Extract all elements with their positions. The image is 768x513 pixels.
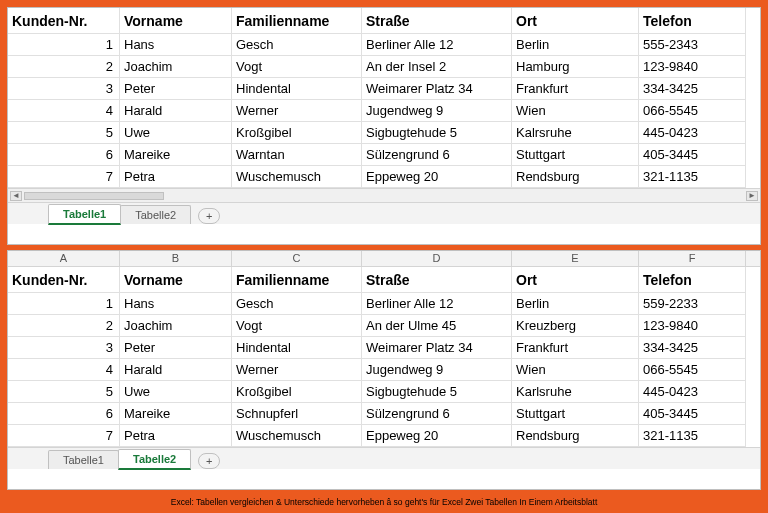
table-cell[interactable]: Schnupferl <box>232 403 362 425</box>
table-cell[interactable]: Warntan <box>232 144 362 166</box>
header-kundennr[interactable]: Kunden-Nr. <box>8 267 120 293</box>
header-telefon[interactable]: Telefon <box>639 267 746 293</box>
table-cell[interactable]: 2 <box>8 315 120 337</box>
header-vorname[interactable]: Vorname <box>120 8 232 34</box>
table-cell[interactable]: 1 <box>8 34 120 56</box>
table-cell[interactable]: 123-9840 <box>639 56 746 78</box>
table-cell[interactable]: Hindental <box>232 337 362 359</box>
table-cell[interactable]: An der Insel 2 <box>362 56 512 78</box>
table-cell[interactable]: 445-0423 <box>639 122 746 144</box>
table-cell[interactable]: Rendsburg <box>512 166 639 188</box>
header-ort[interactable]: Ort <box>512 8 639 34</box>
add-sheet-button[interactable]: + <box>198 208 220 224</box>
scroll-right-icon[interactable]: ► <box>746 191 758 201</box>
table-cell[interactable]: Werner <box>232 359 362 381</box>
table-cell[interactable]: 066-5545 <box>639 359 746 381</box>
table-cell[interactable]: Vogt <box>232 315 362 337</box>
table-cell[interactable]: Hindental <box>232 78 362 100</box>
table-cell[interactable]: Harald <box>120 359 232 381</box>
table-cell[interactable]: 6 <box>8 403 120 425</box>
col-f[interactable]: F <box>639 251 746 266</box>
table-cell[interactable]: 3 <box>8 78 120 100</box>
table-cell[interactable]: 3 <box>8 337 120 359</box>
header-ort[interactable]: Ort <box>512 267 639 293</box>
table-cell[interactable]: 559-2233 <box>639 293 746 315</box>
table-cell[interactable]: Uwe <box>120 122 232 144</box>
col-c[interactable]: C <box>232 251 362 266</box>
table-cell[interactable]: Werner <box>232 100 362 122</box>
table-cell[interactable]: 4 <box>8 100 120 122</box>
table-cell[interactable]: 5 <box>8 122 120 144</box>
table-cell[interactable]: Eppeweg 20 <box>362 425 512 447</box>
table-cell[interactable]: Weimarer Platz 34 <box>362 337 512 359</box>
table-cell[interactable]: Peter <box>120 337 232 359</box>
scroll-thumb[interactable] <box>24 192 164 200</box>
table-cell[interactable]: Wuschemusch <box>232 425 362 447</box>
table-cell[interactable]: 445-0423 <box>639 381 746 403</box>
table-cell[interactable]: 4 <box>8 359 120 381</box>
table-cell[interactable]: 2 <box>8 56 120 78</box>
table-cell[interactable]: 405-3445 <box>639 403 746 425</box>
table-cell[interactable]: Wien <box>512 359 639 381</box>
table-cell[interactable]: Petra <box>120 166 232 188</box>
table-cell[interactable]: 405-3445 <box>639 144 746 166</box>
data-grid-top[interactable]: Kunden-Nr. Vorname Familienname Straße O… <box>8 8 760 188</box>
data-grid-bottom[interactable]: Kunden-Nr. Vorname Familienname Straße O… <box>8 267 760 447</box>
header-strasse[interactable]: Straße <box>362 8 512 34</box>
table-cell[interactable]: 334-3425 <box>639 337 746 359</box>
table-cell[interactable]: Stuttgart <box>512 403 639 425</box>
table-cell[interactable]: Mareike <box>120 403 232 425</box>
table-cell[interactable]: 334-3425 <box>639 78 746 100</box>
header-telefon[interactable]: Telefon <box>639 8 746 34</box>
table-cell[interactable]: Sülzengrund 6 <box>362 144 512 166</box>
table-cell[interactable]: Vogt <box>232 56 362 78</box>
table-cell[interactable]: Hamburg <box>512 56 639 78</box>
header-familienname[interactable]: Familienname <box>232 267 362 293</box>
table-cell[interactable]: Sülzengrund 6 <box>362 403 512 425</box>
horizontal-scrollbar[interactable]: ◄ ► <box>8 188 760 202</box>
table-cell[interactable]: Eppeweg 20 <box>362 166 512 188</box>
table-cell[interactable]: Berliner Alle 12 <box>362 293 512 315</box>
table-cell[interactable]: Sigbugtehude 5 <box>362 381 512 403</box>
table-cell[interactable]: Frankfurt <box>512 337 639 359</box>
col-b[interactable]: B <box>120 251 232 266</box>
table-cell[interactable]: Harald <box>120 100 232 122</box>
table-cell[interactable]: An der Ulme 45 <box>362 315 512 337</box>
table-cell[interactable]: Gesch <box>232 34 362 56</box>
table-cell[interactable]: Berliner Alle 12 <box>362 34 512 56</box>
table-cell[interactable]: Kroßgibel <box>232 122 362 144</box>
tab-tabelle2[interactable]: Tabelle2 <box>118 449 191 470</box>
tab-tabelle1[interactable]: Tabelle1 <box>48 204 121 225</box>
table-cell[interactable]: Jugendweg 9 <box>362 100 512 122</box>
table-cell[interactable]: 7 <box>8 425 120 447</box>
table-cell[interactable]: Stuttgart <box>512 144 639 166</box>
table-cell[interactable]: Peter <box>120 78 232 100</box>
table-cell[interactable]: 6 <box>8 144 120 166</box>
table-cell[interactable]: Kalrsruhe <box>512 122 639 144</box>
table-cell[interactable]: 123-9840 <box>639 315 746 337</box>
col-d[interactable]: D <box>362 251 512 266</box>
table-cell[interactable]: Kroßgibel <box>232 381 362 403</box>
table-cell[interactable]: Wien <box>512 100 639 122</box>
header-kundennr[interactable]: Kunden-Nr. <box>8 8 120 34</box>
table-cell[interactable]: 7 <box>8 166 120 188</box>
table-cell[interactable]: Berlin <box>512 293 639 315</box>
table-cell[interactable]: 066-5545 <box>639 100 746 122</box>
table-cell[interactable]: Jugendweg 9 <box>362 359 512 381</box>
table-cell[interactable]: Wuschemusch <box>232 166 362 188</box>
table-cell[interactable]: 5 <box>8 381 120 403</box>
scroll-left-icon[interactable]: ◄ <box>10 191 22 201</box>
header-familienname[interactable]: Familienname <box>232 8 362 34</box>
col-e[interactable]: E <box>512 251 639 266</box>
table-cell[interactable]: Sigbugtehude 5 <box>362 122 512 144</box>
table-cell[interactable]: Gesch <box>232 293 362 315</box>
table-cell[interactable]: Mareike <box>120 144 232 166</box>
table-cell[interactable]: Uwe <box>120 381 232 403</box>
col-a[interactable]: A <box>8 251 120 266</box>
table-cell[interactable]: Joachim <box>120 315 232 337</box>
table-cell[interactable]: 1 <box>8 293 120 315</box>
table-cell[interactable]: Hans <box>120 34 232 56</box>
table-cell[interactable]: Petra <box>120 425 232 447</box>
table-cell[interactable]: Hans <box>120 293 232 315</box>
table-cell[interactable]: Kreuzberg <box>512 315 639 337</box>
